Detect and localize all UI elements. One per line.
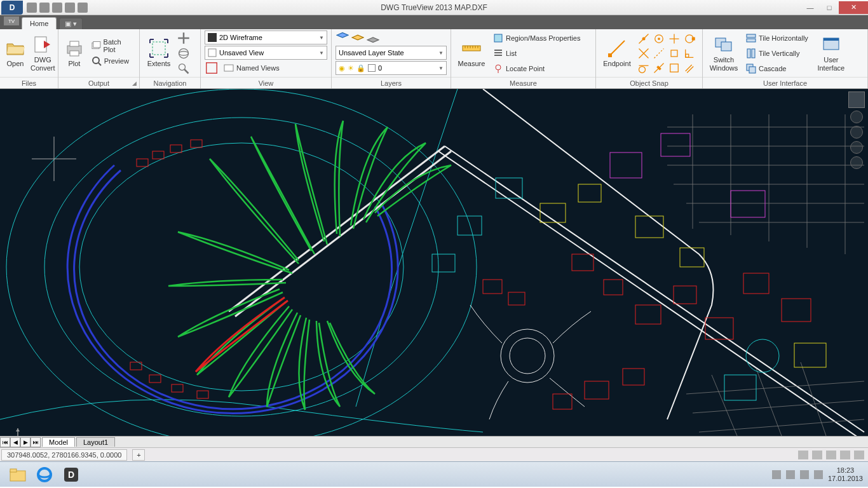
minimize-button[interactable]: — xyxy=(801,1,820,14)
locate-icon xyxy=(493,64,503,74)
dwg-taskbar-icon[interactable]: D xyxy=(58,464,84,485)
user-interface-button[interactable]: User Interface xyxy=(813,31,849,76)
svg-rect-31 xyxy=(670,64,679,72)
snap-tangent-icon[interactable] xyxy=(637,61,651,75)
locate-point-button[interactable]: Locate Point xyxy=(491,62,583,76)
list-button[interactable]: List xyxy=(491,46,583,60)
svg-rect-35 xyxy=(747,39,756,42)
maximize-button[interactable]: □ xyxy=(820,1,839,14)
dwg-convert-button[interactable]: DWG Convert xyxy=(29,31,57,76)
layer-off-icon[interactable] xyxy=(351,30,365,44)
windows-taskbar: D 18:23 17.01.2013 xyxy=(0,461,868,487)
plot-button[interactable]: Plot xyxy=(62,31,86,76)
zoom-tool-icon[interactable] xyxy=(850,141,863,154)
open-button[interactable]: Open xyxy=(4,31,27,76)
svg-rect-36 xyxy=(747,49,750,58)
tab-home[interactable]: Home xyxy=(22,17,57,29)
svg-point-6 xyxy=(93,57,99,64)
orbit-icon[interactable] xyxy=(177,46,191,60)
keyboard-icon[interactable] xyxy=(772,470,781,479)
battery-icon[interactable] xyxy=(786,470,795,479)
visual-style-dropdown[interactable]: 2D Wireframe▼ xyxy=(205,30,327,44)
snap-parallel-icon[interactable] xyxy=(682,61,696,75)
panel-files-title: Files xyxy=(0,77,58,88)
drawing-canvas[interactable] xyxy=(0,89,868,436)
snap-center-icon[interactable] xyxy=(652,32,666,46)
volume-icon[interactable] xyxy=(814,470,823,479)
snap-node-icon[interactable] xyxy=(667,32,681,46)
extents-button[interactable]: Extents xyxy=(144,31,174,76)
layer-state-value: Unsaved Layer State xyxy=(339,49,404,57)
cad-drawing xyxy=(0,89,868,436)
region-button[interactable]: Region/Mass Properties xyxy=(491,31,583,45)
panel-navigation: Extents Navigation xyxy=(140,29,201,88)
qat-open-icon[interactable] xyxy=(27,3,37,13)
pan-tool-icon[interactable] xyxy=(850,126,863,139)
annotation-scale-icon[interactable] xyxy=(812,451,822,459)
snap-quadrant-icon[interactable] xyxy=(682,32,696,46)
named-view-value: Unsaved View xyxy=(219,49,264,57)
snap-mid-icon[interactable] xyxy=(637,32,651,46)
expand-icon[interactable]: ◢ xyxy=(132,80,137,86)
plot-label: Plot xyxy=(68,60,80,67)
qat-plot-icon[interactable] xyxy=(52,3,62,13)
color-swatch-icon xyxy=(368,64,376,72)
qat-save-icon[interactable] xyxy=(39,3,50,13)
svg-point-42 xyxy=(6,89,477,436)
svg-rect-47 xyxy=(137,159,148,166)
zoom-icon[interactable] xyxy=(177,62,191,76)
preview-button[interactable]: Preview xyxy=(89,54,135,68)
endpoint-button[interactable]: Endpoint xyxy=(600,31,634,76)
hardware-accel-icon[interactable] xyxy=(840,451,850,459)
next-tab-icon[interactable]: ▶ xyxy=(20,437,31,447)
layer-state-dropdown[interactable]: Unsaved Layer State▼ xyxy=(336,46,447,60)
tab-layout1[interactable]: Layout1 xyxy=(76,437,115,447)
svg-line-7 xyxy=(98,63,101,65)
isolate-objects-icon[interactable] xyxy=(854,451,864,459)
model-space-icon[interactable] xyxy=(798,451,808,459)
snap-intersection-icon[interactable] xyxy=(637,46,651,60)
first-tab-icon[interactable]: ⏮ xyxy=(0,437,10,447)
clock[interactable]: 18:23 17.01.2013 xyxy=(828,466,863,482)
svg-rect-68 xyxy=(782,299,811,322)
measure-button[interactable]: Measure xyxy=(455,31,488,76)
last-tab-icon[interactable]: ⏭ xyxy=(31,437,41,447)
qat-undo-icon[interactable] xyxy=(65,3,75,13)
snap-extension-icon[interactable] xyxy=(652,46,666,60)
svg-rect-3 xyxy=(70,51,79,56)
snap-perpendicular-icon[interactable] xyxy=(682,46,696,60)
named-view-dropdown[interactable]: Unsaved View▼ xyxy=(205,46,327,60)
tile-horizontally-button[interactable]: Tile Horizontally xyxy=(743,31,811,45)
snap-apparent-icon[interactable] xyxy=(667,61,681,75)
tab-model[interactable]: Model xyxy=(42,437,75,447)
layer-isolate-icon[interactable] xyxy=(366,30,380,44)
close-button[interactable]: ✕ xyxy=(839,1,868,14)
prev-tab-icon[interactable]: ◀ xyxy=(10,437,20,447)
app-menu-button[interactable]: D xyxy=(1,1,23,15)
cascade-button[interactable]: Cascade xyxy=(743,62,811,76)
snap-insertion-icon[interactable] xyxy=(667,46,681,60)
ie-taskbar-icon[interactable] xyxy=(32,464,57,485)
svg-point-22 xyxy=(642,37,646,40)
batch-plot-button[interactable]: Batch Plot xyxy=(89,39,135,53)
orbit-tool-icon[interactable] xyxy=(850,156,863,169)
view-manager-icon[interactable] xyxy=(205,61,219,75)
explorer-taskbar-icon[interactable] xyxy=(5,464,31,485)
tile-vertically-button[interactable]: Tile Vertically xyxy=(743,46,811,60)
named-views-button[interactable]: Named Views xyxy=(221,61,282,75)
current-layer-dropdown[interactable]: ◉ ☀ 🔒 0 ▼ xyxy=(336,61,447,75)
workspace-icon[interactable] xyxy=(826,451,836,459)
tab-secondary[interactable]: ▣ ▾ xyxy=(59,18,83,29)
network-icon[interactable] xyxy=(800,470,809,479)
pan-icon[interactable] xyxy=(177,31,191,45)
status-add-icon[interactable]: + xyxy=(132,449,145,461)
viewcube[interactable] xyxy=(848,92,865,108)
window-title: DWG TrueView 2013 MAP.DXF xyxy=(381,3,487,12)
qat-redo-icon[interactable] xyxy=(78,3,88,13)
chevron-down-icon: ▼ xyxy=(319,35,324,41)
app-logo-letter: D xyxy=(10,3,15,12)
nav-wheel-icon[interactable] xyxy=(850,111,863,123)
snap-nearest-icon[interactable] xyxy=(652,61,666,75)
switch-windows-button[interactable]: Switch Windows xyxy=(707,31,741,76)
layer-properties-icon[interactable] xyxy=(336,30,349,44)
